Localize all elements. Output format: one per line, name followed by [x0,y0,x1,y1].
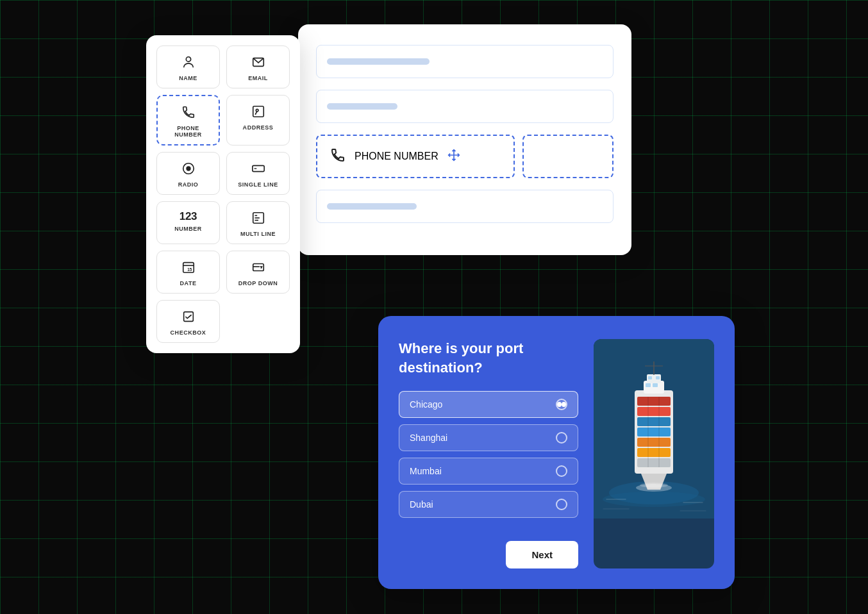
palette-item-phone[interactable]: Phone Number [156,95,220,145]
phone-drop-zone[interactable]: PHONE NUMBER [316,135,515,178]
palette-item-address-label: ADDRESS [243,124,274,131]
port-destination-card: Where is your port destination? Chicago … [378,316,735,589]
palette-item-multiline-label: MULTI LINE [240,231,276,237]
palette-item-date-label: DATE [180,280,197,286]
drop-zone-wrapper: PHONE NUMBER [316,135,613,178]
port-option-dubai-radio [556,499,567,510]
port-option-dubai[interactable]: Dubai [399,491,578,518]
port-option-mumbai[interactable]: Mumbai [399,458,578,485]
palette-item-multiline[interactable]: MULTI LINE [226,201,290,244]
palette-item-phone-label: Phone Number [163,125,213,138]
form-row-2 [316,90,613,123]
svg-rect-36 [648,376,652,379]
palette-item-dropdown-label: DROP DOWN [238,280,278,286]
form-row-1 [316,45,613,78]
multiline-icon [251,211,265,227]
email-icon [251,55,265,71]
svg-rect-27 [637,438,671,447]
palette-item-singleline-label: SINGLE LINE [238,181,278,188]
palette-card: NAME EMAIL Phone Number [146,35,300,353]
palette-item-radio[interactable]: Radio [156,152,220,195]
svg-rect-35 [653,383,658,387]
checkbox-icon [181,310,196,326]
port-option-dubai-label: Dubai [410,499,433,510]
port-option-mumbai-radio [556,465,567,477]
form-placeholder-1 [316,45,613,78]
palette-grid: NAME EMAIL Phone Number [156,46,290,343]
form-row-3 [316,190,613,223]
port-option-mumbai-label: Mumbai [410,466,442,476]
palette-item-checkbox-label: CHECKBOX [171,329,206,336]
next-button[interactable]: Next [506,541,578,568]
svg-rect-25 [637,417,671,426]
svg-point-3 [256,109,258,112]
phone-drop-label: PHONE NUMBER [355,151,438,162]
phone-drop-icon [330,147,346,165]
svg-point-5 [186,166,190,170]
person-icon [181,55,196,71]
svg-rect-17 [183,312,193,322]
phone-icon [181,105,196,121]
form-builder-card: PHONE NUMBER [298,24,631,255]
svg-rect-26 [637,427,671,436]
palette-item-singleline[interactable]: SINGLE LINE [226,152,290,195]
port-option-shanghai-label: Shanghai [410,433,447,443]
move-icon [447,149,460,164]
port-option-chicago-label: Chicago [410,399,442,410]
port-option-chicago-radio [556,399,567,410]
svg-text:15: 15 [187,267,192,272]
svg-rect-23 [637,397,671,406]
dropdown-icon [251,260,265,276]
port-question: Where is your port destination? [399,339,578,377]
palette-item-number-label: NUMBER [174,226,202,232]
port-option-chicago[interactable]: Chicago [399,391,578,418]
radio-icon [181,162,196,178]
port-left-panel: Where is your port destination? Chicago … [399,339,578,568]
palette-item-radio-label: Radio [178,181,199,188]
palette-item-email[interactable]: EMAIL [226,46,290,88]
palette-item-date[interactable]: 15 DATE [156,251,220,294]
svg-point-41 [640,483,668,488]
address-icon [251,104,265,120]
palette-item-name-label: NAME [179,75,197,81]
placeholder-bar-2 [327,103,397,110]
svg-rect-29 [637,458,671,467]
palette-item-address[interactable]: ADDRESS [226,95,290,145]
port-option-shanghai-radio [556,432,567,444]
drop-zone-right [522,135,613,178]
date-icon: 15 [181,260,196,276]
svg-rect-24 [637,407,671,416]
singleline-icon [251,162,265,178]
palette-item-dropdown[interactable]: DROP DOWN [226,251,290,294]
svg-rect-28 [637,448,671,457]
palette-item-checkbox[interactable]: CHECKBOX [156,300,220,343]
svg-rect-37 [656,376,660,379]
palette-item-email-label: EMAIL [248,75,268,81]
form-placeholder-2 [316,90,613,123]
svg-point-0 [186,57,190,62]
palette-item-name[interactable]: NAME [156,46,220,88]
svg-rect-34 [646,383,651,387]
placeholder-bar-1 [327,58,430,65]
ship-image [594,339,714,568]
number-icon: 123 [179,211,197,222]
palette-item-number[interactable]: 123 NUMBER [156,201,220,244]
form-placeholder-3 [316,190,613,223]
port-option-shanghai[interactable]: Shanghai [399,424,578,451]
placeholder-bar-3 [327,203,417,210]
